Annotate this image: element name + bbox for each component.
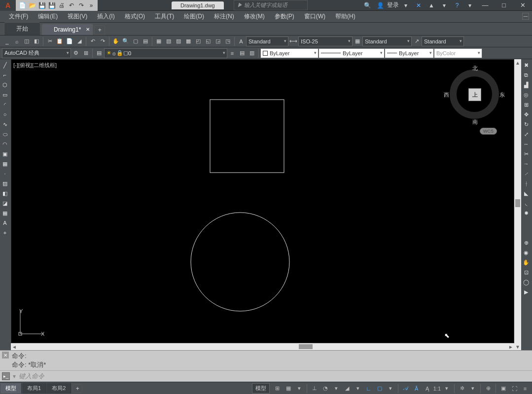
close-icon[interactable]: ✕ — [513, 0, 532, 11]
mtext-icon[interactable]: A — [0, 218, 10, 228]
print-icon[interactable]: 🖨 — [57, 1, 66, 10]
zoom-icon[interactable]: 🔍 — [121, 37, 130, 46]
erase-icon[interactable]: ✖ — [521, 60, 531, 70]
scroll-up-icon[interactable]: ▲ — [514, 59, 521, 66]
layer-tool-icon[interactable]: ≡ — [228, 49, 237, 58]
hatch-icon[interactable]: ▨ — [0, 179, 10, 188]
trim-icon[interactable]: ✂ — [521, 149, 531, 159]
color-select[interactable]: ByLayer▾ — [260, 48, 319, 58]
chamfer-icon[interactable]: ◣ — [521, 188, 531, 198]
show-motion-icon[interactable]: ▶ — [521, 287, 531, 297]
addline-icon[interactable]: + — [0, 228, 10, 238]
tool-icon[interactable]: ◱ — [204, 37, 213, 46]
tab-start[interactable]: 开始 — [4, 22, 40, 35]
layer-select[interactable]: ☀ ☼ 🔒 ▢ 0▾ — [104, 48, 227, 58]
help-icon[interactable]: ? — [451, 1, 463, 10]
tool-icon[interactable]: 📋 — [55, 37, 64, 46]
cmd-prompt-icon[interactable]: ▸_ — [2, 372, 10, 380]
lineweight-select[interactable]: ByLayer▾ — [385, 48, 434, 58]
tool-icon[interactable]: ▧ — [164, 37, 173, 46]
grid-icon[interactable]: ⊞ — [81, 49, 90, 58]
table-style-select[interactable]: Standard▾ — [362, 36, 412, 46]
wcs-badge[interactable]: WCS — [480, 128, 497, 135]
horizontal-scrollbar[interactable]: ◄ ► — [11, 343, 514, 350]
tool-icon[interactable]: ◰ — [194, 37, 203, 46]
tool-icon[interactable]: ↶ — [88, 37, 97, 46]
region-icon[interactable]: ◪ — [0, 198, 10, 208]
annotation-icon[interactable]: Ą — [423, 384, 432, 394]
annotation-icon[interactable]: Å — [412, 384, 422, 394]
rotate-icon[interactable]: ↻ — [521, 119, 531, 129]
tool-icon[interactable]: ◲ — [213, 37, 222, 46]
polyline-icon[interactable]: ⌐ — [0, 70, 10, 80]
cmd-chevron-icon[interactable]: ▾ — [13, 373, 16, 380]
steering-icon[interactable]: ◉ — [521, 248, 531, 257]
offset-icon[interactable]: ◎ — [521, 90, 531, 100]
chevron-down-icon[interactable]: ▾ — [442, 384, 452, 394]
chevron-down-icon[interactable]: ▾ — [294, 384, 304, 394]
add-layout-button[interactable]: + — [72, 384, 82, 393]
annotation-icon[interactable]: 𝒜 — [401, 384, 411, 394]
isolate-icon[interactable]: ⊕ — [483, 384, 493, 394]
chevron-down-icon[interactable]: ▾ — [438, 1, 450, 10]
chevron-down-icon[interactable]: ▾ — [464, 1, 476, 10]
spline-icon[interactable]: ∿ — [0, 119, 10, 129]
vertical-scrollbar[interactable]: ▲ ▼ — [514, 59, 521, 350]
appstore-icon[interactable]: ▲ — [426, 1, 437, 10]
snap-toggle-icon[interactable]: ▦ — [284, 384, 293, 394]
new-tab-button[interactable]: + — [94, 25, 105, 35]
minimize-ribbon-icon[interactable]: — — [522, 13, 529, 20]
osnap-track-icon[interactable]: ▢ — [375, 384, 385, 394]
scale-label[interactable]: 1:1 — [433, 384, 441, 394]
menu-param[interactable]: 参数(P) — [270, 10, 299, 23]
tab-close-icon[interactable]: ✕ — [86, 27, 90, 32]
undo-icon[interactable]: ↶ — [67, 1, 76, 10]
nav-bar-icon[interactable]: ⊕ — [521, 238, 531, 248]
menu-format[interactable]: 格式(O) — [120, 10, 150, 23]
model-badge[interactable]: 模型 — [252, 383, 270, 394]
tool-icon[interactable]: ▩ — [184, 37, 193, 46]
linetype-select[interactable]: ByLayer▾ — [319, 48, 385, 58]
mirror-icon[interactable]: ▟ — [521, 80, 531, 90]
tool-icon[interactable]: ▤ — [141, 37, 150, 46]
infocenter-icon[interactable]: 🔍 — [361, 1, 373, 10]
table-icon[interactable]: ▦ — [0, 208, 10, 218]
menu-help[interactable]: 帮助(H) — [330, 10, 360, 23]
arc-icon[interactable]: ◜ — [0, 100, 10, 109]
save-icon[interactable]: 💾 — [37, 1, 46, 10]
more-icon[interactable]: » — [87, 1, 96, 10]
scroll-down-icon[interactable]: ▼ — [514, 343, 521, 350]
dim-style-icon[interactable]: ⟷ — [289, 37, 298, 46]
tool-icon[interactable]: ▨ — [174, 37, 183, 46]
layout-tab-2[interactable]: 布局2 — [47, 383, 71, 394]
move-icon[interactable]: ✥ — [521, 109, 531, 119]
text-style-select[interactable]: Standard▾ — [246, 36, 288, 46]
chevron-down-icon[interactable]: ▾ — [386, 384, 395, 394]
exchange-icon[interactable]: ✕ — [413, 1, 425, 10]
scroll-thumb[interactable] — [515, 199, 520, 207]
tool-icon[interactable]: 📄 — [65, 37, 74, 46]
polygon-icon[interactable]: ⬡ — [0, 80, 10, 90]
workspace-select[interactable]: AutoCAD 经典▾ — [2, 48, 71, 58]
scroll-left-icon[interactable]: ◄ — [11, 343, 18, 350]
ellipse-arc-icon[interactable]: ◠ — [0, 139, 10, 149]
insert-icon[interactable]: ▦ — [0, 159, 10, 169]
tool-icon[interactable]: ⌕ — [12, 37, 21, 46]
mleader-style-icon[interactable]: ↗ — [412, 37, 421, 46]
scroll-thumb[interactable] — [299, 344, 313, 349]
scroll-right-icon[interactable]: ► — [507, 343, 514, 350]
menu-window[interactable]: 窗口(W) — [299, 10, 330, 23]
cmd-close-icon[interactable]: ✕ — [2, 352, 9, 358]
ellipse-icon[interactable]: ⬭ — [0, 129, 10, 139]
line-icon[interactable]: ╱ — [0, 60, 10, 70]
login-label[interactable]: 登录 — [387, 1, 399, 10]
layer-tool-icon[interactable]: ▤ — [238, 49, 247, 58]
rectangle-icon[interactable]: ▭ — [0, 90, 10, 100]
array-icon[interactable]: ⊞ — [521, 100, 531, 109]
tab-drawing1[interactable]: Drawing1* ✕ — [41, 24, 93, 35]
polar-icon[interactable]: ◔ — [320, 384, 330, 394]
layout-tab-1[interactable]: 布局1 — [22, 383, 46, 394]
nav-cube[interactable]: 上 北 南 东 西 — [445, 65, 504, 124]
tool-icon[interactable]: ◧ — [32, 37, 41, 46]
saveas-icon[interactable]: 💾 — [47, 1, 56, 10]
